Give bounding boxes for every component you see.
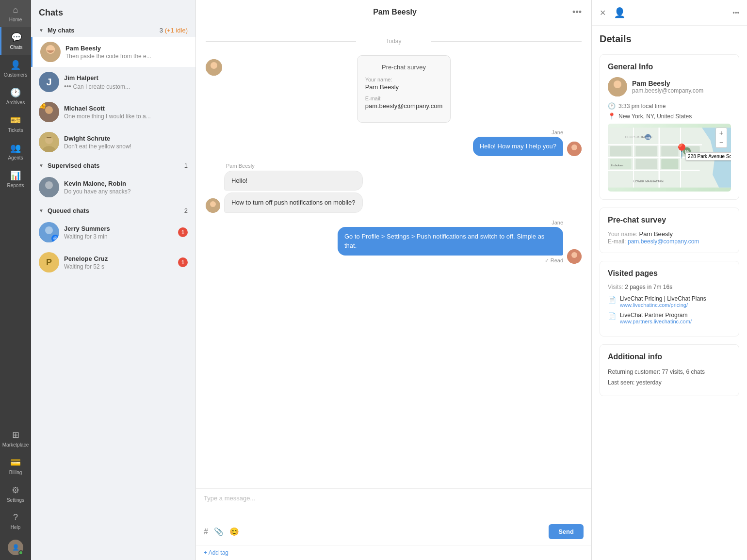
michael-scott-preview: One more thing I would like to a... [64,113,188,120]
chat-item-jerry-summers[interactable]: ⓜ Jerry Summers Waiting for 3 min 1 [31,217,195,247]
panel-person-icon[interactable]: 👤 [614,7,626,18]
agent-jane-avatar-2 [567,249,582,264]
zoom-out-button[interactable]: − [716,138,727,147]
emoji-icon[interactable]: 😊 [229,527,239,536]
visited-page-1-title: LiveChat Pricing | LiveChat Plans [620,295,706,302]
survey-detail-name-value: Pam Beesly [639,230,673,238]
chat-input-area: # 📎 😊 Send [196,488,591,545]
queued-chats-count: 2 [184,207,188,214]
pre-chat-survey-detail: Your name: Pam Beesly E-mail: pam.beesly… [608,230,731,245]
kevin-malone-name: Kevin Malone, Robin [64,180,188,187]
pam-beesly-preview: Then paste the code from the e... [65,53,188,60]
kevin-malone-preview: Do you have any snacks? [64,188,188,195]
nav-tickets[interactable]: 🎫 Tickets [0,110,31,138]
pam-avatar-msg [206,198,220,213]
map-container: 9A HELL'S KITCHEN I-495 495 Hoboken LOWE… [608,124,731,192]
svg-text:495: 495 [646,136,651,139]
send-button[interactable]: Send [549,524,584,539]
svg-point-23 [210,201,216,207]
nav-chats[interactable]: 💬 Chats [0,27,31,55]
svg-point-11 [45,181,53,189]
agents-icon: 👥 [10,143,21,153]
visited-page-2-url[interactable]: www.partners.livechatinc.com/ [620,319,692,324]
pam-beesly-avatar [40,42,61,62]
survey-name-label: Your name: [365,77,443,82]
survey-detail-email-value: pam.beesly@company.com [628,238,699,245]
jim-halpert-preview: ••• Can I create custom... [64,82,188,90]
supervised-chats-label: Supervised chats [48,162,100,169]
chat-toolbar: # 📎 😊 Send [204,524,584,539]
nav-marketplace-label: Marketplace [2,442,29,448]
chat-header-more-button[interactable]: ••• [572,7,582,17]
nav-billing[interactable]: 💳 Billing [0,452,31,480]
svg-text:LOWER MANHATTAN: LOWER MANHATTAN [633,179,664,183]
main-chat-area: Pam Beesly ••• Today Pre-chat survey You… [196,0,592,560]
visited-pages-section: Visited pages Visits: 2 pages in 7m 16s … [600,261,739,336]
map-address-label: 228 Park Avenue South [685,152,731,160]
nav-customers[interactable]: 👤 Customers [0,55,31,82]
additional-info-section: Additional info Returning customer: 77 v… [600,344,739,396]
jim-halpert-avatar: J [39,72,59,92]
message-3-content: Jane Go to Profile > Settings > Push not… [338,220,563,264]
pre-chat-survey-title: Pre-chat survey [365,64,443,71]
nav-home[interactable]: ⌂ Home [0,0,31,27]
message-input[interactable] [204,495,584,519]
my-chats-chevron[interactable]: ▼ [39,28,44,33]
agent-jane-avatar [567,142,582,156]
nav-user-avatar[interactable]: 👤 [0,535,31,560]
nav-help[interactable]: ? Help [0,508,31,535]
dwight-schrute-preview: Don't eat the yellow snow! [64,143,188,150]
chat-list-title: Chats [31,0,195,22]
chat-item-pam-beesly[interactable]: Pam Beesly Then paste the code from the … [31,37,195,67]
nav-home-label: Home [9,17,22,22]
nav-agents[interactable]: 👥 Agents [0,138,31,165]
chat-item-jim-halpert[interactable]: J Jim Halpert ••• Can I create custom... [31,67,195,97]
pre-chat-survey-row: Pre-chat survey Your name: Pam Beesly E-… [206,55,582,123]
nav-marketplace[interactable]: ⊞ Marketplace [0,425,31,452]
nav-settings[interactable]: ⚙ Settings [0,480,31,508]
jerry-summers-badge: 1 [178,227,188,237]
page-icon-1: 📄 [608,296,616,304]
visited-page-1-url[interactable]: www.livechatinc.com/pricing/ [620,302,706,308]
message-1-sender: Jane [473,129,563,135]
pam-sender-label: Pam Beesly [226,163,582,169]
attachment-icon[interactable]: 📎 [214,527,224,536]
message-2-group: Pam Beesly Hello! How to turn off push n… [206,163,582,213]
nav-reports[interactable]: 📊 Reports [0,165,31,193]
zoom-in-button[interactable]: + [716,128,727,138]
billing-icon: 💳 [10,457,21,468]
panel-more-button[interactable]: ••• [732,9,739,16]
svg-rect-9 [47,137,51,138]
michael-scott-info: Michael Scott One more thing I would lik… [64,105,188,120]
queued-chats-chevron[interactable]: ▼ [39,208,44,213]
visited-page-2-title: LiveChat Partner Program [620,312,692,319]
nav-archives[interactable]: 🕐 Archives [0,82,31,110]
penelope-cruz-preview: Waiting for 52 s [64,263,173,270]
message-3-read: ✓ Read [338,257,563,264]
dwight-schrute-name: Dwight Schrute [64,135,188,142]
panel-close-button[interactable]: ✕ [600,8,606,17]
chat-item-penelope-cruz[interactable]: P Penelope Cruz Waiting for 52 s 1 [31,247,195,277]
chat-messages-container: Today Pre-chat survey Your name: Pam Bee… [196,24,591,488]
general-info-person: Pam Beesly pam.beesly@company.com [608,77,731,96]
message-1-content: Jane Hello! How may I help you? [473,129,563,156]
nav-customers-label: Customers [4,72,27,78]
date-divider: Today [206,38,582,45]
nav-tickets-label: Tickets [8,128,23,133]
hashtag-icon[interactable]: # [204,528,208,536]
chat-item-kevin-malone[interactable]: Kevin Malone, Robin Do you have any snac… [31,172,195,202]
pre-chat-survey-card: Pre-chat survey Your name: Pam Beesly E-… [357,55,451,123]
chat-item-dwight-schrute[interactable]: Dwight Schrute Don't eat the yellow snow… [31,127,195,157]
supervised-chats-count: 1 [184,162,188,169]
chat-item-michael-scott[interactable]: 👍 Michael Scott One more thing I would l… [31,97,195,127]
queued-chats-label: Queued chats [48,207,89,214]
pam-survey-avatar [206,59,222,76]
settings-icon: ⚙ [12,485,19,496]
messenger-icon: ⓜ [51,235,59,242]
add-tag-button[interactable]: + Add tag [196,545,591,560]
supervised-chats-chevron[interactable]: ▼ [39,163,44,168]
svg-point-17 [211,62,217,69]
home-icon: ⌂ [13,5,18,15]
survey-email-value: pam.beesly@company.com [365,102,443,110]
dwight-schrute-info: Dwight Schrute Don't eat the yellow snow… [64,135,188,150]
